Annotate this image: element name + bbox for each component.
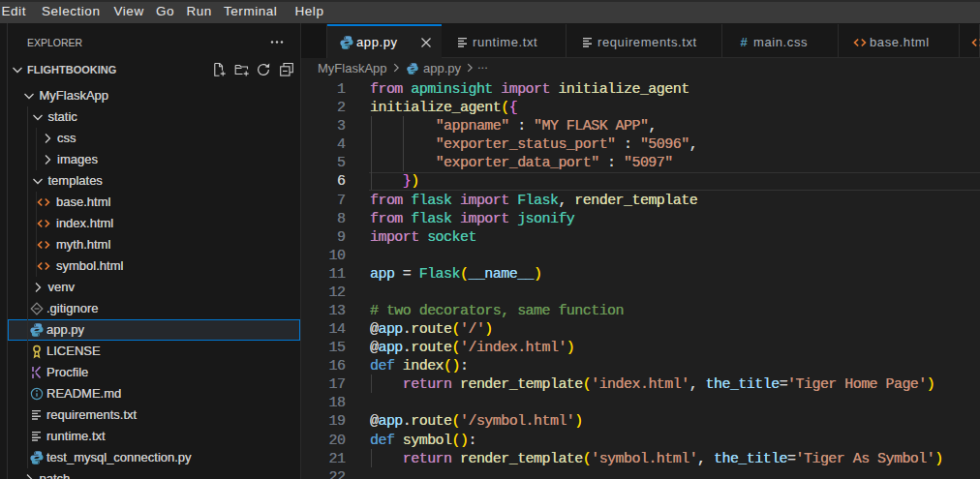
svg-text:#: # [740,35,748,49]
